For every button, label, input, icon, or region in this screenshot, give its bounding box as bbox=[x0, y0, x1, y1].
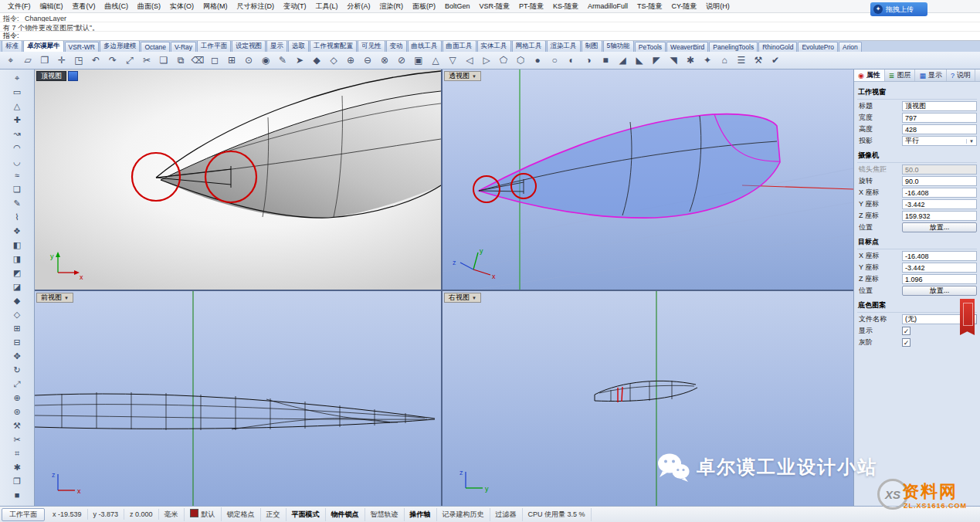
toolbar-icon[interactable]: ✦ bbox=[699, 53, 716, 68]
toolbar-tab[interactable]: RhinoGold bbox=[758, 42, 797, 52]
toolbar-icon[interactable]: ◤ bbox=[648, 53, 665, 68]
toolbar-icon[interactable]: ⊗ bbox=[376, 53, 393, 68]
upload-button[interactable]: ✦ 拖拽上传 bbox=[870, 2, 927, 16]
left-tool-icon[interactable]: ◡ bbox=[7, 154, 27, 168]
menu-item[interactable]: PT-随意 bbox=[514, 0, 548, 13]
toolbar-icon[interactable]: ◢ bbox=[614, 53, 631, 68]
status-bar-item[interactable]: 智慧轨迹 bbox=[365, 508, 405, 521]
left-tool-icon[interactable]: ◆ bbox=[7, 293, 27, 307]
menu-item[interactable]: 工具(L) bbox=[311, 0, 343, 13]
menu-item[interactable]: 分析(A) bbox=[343, 0, 375, 13]
left-tool-icon[interactable]: ◧ bbox=[7, 238, 27, 252]
viewport-tab-right[interactable]: 右视图 ▼ bbox=[444, 293, 481, 303]
toolbar-tab[interactable]: V-Ray bbox=[171, 42, 196, 52]
status-bar-item[interactable]: 毫米 bbox=[159, 508, 185, 521]
menu-item[interactable]: 实体(O) bbox=[165, 0, 198, 13]
menu-item[interactable]: TS-随意 bbox=[632, 0, 667, 13]
toolbar-icon[interactable]: ⬡ bbox=[512, 53, 529, 68]
left-tool-icon[interactable]: ⚒ bbox=[7, 419, 27, 432]
toolbar-tab[interactable]: EvolutePro bbox=[798, 42, 838, 52]
left-tool-icon[interactable]: ⊛ bbox=[7, 405, 27, 419]
toolbar-icon[interactable]: ▣ bbox=[410, 53, 427, 68]
show-checkbox[interactable]: ✓ bbox=[902, 327, 910, 335]
toolbar-icon[interactable]: ✔ bbox=[767, 53, 784, 68]
toolbar-tab[interactable]: 工作视窗配置 bbox=[310, 41, 357, 52]
left-tool-icon[interactable]: ❐ bbox=[7, 474, 27, 488]
toolbar-icon[interactable]: ↶ bbox=[87, 53, 104, 68]
left-tool-icon[interactable]: ⌗ bbox=[7, 446, 27, 460]
camera-z-field[interactable]: 159.932 bbox=[902, 211, 977, 221]
panel-tab[interactable]: ? 说明 bbox=[947, 69, 975, 81]
toolbar-tab[interactable]: VSR-WR bbox=[65, 42, 99, 52]
toolbar-tab[interactable]: 标准 bbox=[2, 41, 22, 52]
toolbar-tab[interactable]: 设定视图 bbox=[232, 41, 266, 52]
toolbar-icon[interactable]: ▱ bbox=[19, 53, 36, 68]
status-bar-item[interactable]: 工作平面 bbox=[2, 508, 45, 521]
menu-item[interactable]: 说明(H) bbox=[701, 0, 734, 13]
menu-item[interactable]: 变动(T) bbox=[279, 0, 311, 13]
toolbar-tab[interactable]: 选取 bbox=[288, 41, 309, 52]
toolbar-icon[interactable]: ◣ bbox=[631, 53, 648, 68]
toolbar-icon[interactable]: ◐ bbox=[563, 53, 580, 68]
viewport-front-view[interactable]: z x 前视图 ▼ bbox=[35, 291, 441, 506]
menu-item[interactable]: ArmadilloFull bbox=[583, 1, 632, 12]
left-tool-icon[interactable]: ◇ bbox=[7, 307, 27, 321]
left-tool-icon[interactable]: ↝ bbox=[7, 127, 27, 141]
toolbar-icon[interactable]: ⌂ bbox=[716, 53, 733, 68]
wallpaper-file-field[interactable]: (无) bbox=[902, 314, 963, 324]
toolbar-icon[interactable]: ⊕ bbox=[342, 53, 359, 68]
left-tool-icon[interactable]: ◠ bbox=[7, 141, 27, 154]
width-field[interactable]: 797 bbox=[902, 113, 977, 123]
menu-item[interactable]: CY-随意 bbox=[667, 0, 702, 13]
toolbar-icon[interactable]: ◁ bbox=[461, 53, 478, 68]
target-x-field[interactable]: -16.408 bbox=[902, 251, 977, 261]
panel-tab[interactable]: ≣ 图层 bbox=[885, 69, 916, 81]
left-tool-icon[interactable]: ⊞ bbox=[7, 321, 27, 335]
left-tool-icon[interactable]: ❏ bbox=[7, 182, 27, 196]
toolbar-tab[interactable]: 变动 bbox=[386, 41, 407, 52]
toolbar-tab[interactable]: 显示 bbox=[266, 41, 287, 52]
status-bar-item[interactable]: y -3.873 bbox=[88, 509, 125, 520]
left-tool-icon[interactable]: ✥ bbox=[7, 349, 27, 363]
projection-select[interactable]: 平行▼ bbox=[902, 136, 977, 146]
toolbar-tab[interactable]: 渲染工具 bbox=[547, 41, 581, 52]
status-bar-item[interactable]: 正交 bbox=[261, 508, 287, 521]
panel-tab[interactable]: ▦ 显示 bbox=[915, 69, 947, 81]
panel-tab[interactable]: ◉ 属性 bbox=[854, 69, 885, 81]
toolbar-icon[interactable]: ⊖ bbox=[359, 53, 376, 68]
viewport-tab-front[interactable]: 前视图 ▼ bbox=[36, 293, 73, 303]
toolbar-icon[interactable]: ◳ bbox=[70, 53, 87, 68]
status-bar-item[interactable]: x -19.539 bbox=[47, 509, 88, 520]
title-field[interactable]: 顶视图 bbox=[902, 101, 977, 111]
menu-item[interactable]: 尺寸标注(D) bbox=[232, 0, 280, 13]
menu-item[interactable]: 文件(F) bbox=[3, 0, 36, 13]
left-tool-icon[interactable]: ⊕ bbox=[7, 391, 27, 405]
status-bar-item[interactable]: 锁定格点 bbox=[222, 508, 261, 521]
left-tool-icon[interactable]: ◪ bbox=[7, 280, 27, 293]
toolbar-icon[interactable]: ○ bbox=[546, 53, 563, 68]
toolbar-tab[interactable]: 实体工具 bbox=[477, 41, 511, 52]
toolbar-tab[interactable]: 多边形建模 bbox=[100, 41, 141, 52]
toolbar-icon[interactable]: ☰ bbox=[733, 53, 750, 68]
toolbar-tab[interactable]: 曲面工具 bbox=[443, 41, 476, 52]
toolbar-tab[interactable]: 工作平面 bbox=[197, 41, 231, 52]
status-bar-item[interactable]: 过滤器 bbox=[490, 508, 523, 521]
left-tool-icon[interactable]: ↻ bbox=[7, 363, 27, 377]
toolbar-icon[interactable]: ✱ bbox=[682, 53, 699, 68]
menu-item[interactable]: 面板(P) bbox=[408, 0, 440, 13]
toolbar-tab[interactable]: 制图 bbox=[582, 41, 602, 52]
menu-item[interactable]: 曲面(S) bbox=[133, 0, 165, 13]
viewport-tab-top[interactable]: 顶视图 bbox=[36, 71, 66, 81]
left-tool-icon[interactable]: ◨ bbox=[7, 252, 27, 266]
toolbar-icon[interactable]: ■ bbox=[597, 53, 614, 68]
left-tool-icon[interactable]: ✂ bbox=[7, 432, 27, 446]
toolbar-tab[interactable]: 可见性 bbox=[358, 41, 385, 52]
toolbar-icon[interactable]: ✂ bbox=[138, 53, 155, 68]
left-tool-icon[interactable]: ✱ bbox=[7, 460, 27, 474]
toolbar-icon[interactable]: ❐ bbox=[36, 53, 53, 68]
toolbar-tab[interactable]: 5轴功能 bbox=[603, 41, 634, 52]
status-bar-item[interactable]: z 0.000 bbox=[124, 509, 159, 520]
viewport-perspective[interactable]: y x z 透视图 ▼ bbox=[443, 69, 853, 290]
status-bar-item[interactable]: CPU 使用量 3.5 % bbox=[523, 508, 592, 521]
rotation-field[interactable]: 90.0 bbox=[902, 176, 977, 186]
